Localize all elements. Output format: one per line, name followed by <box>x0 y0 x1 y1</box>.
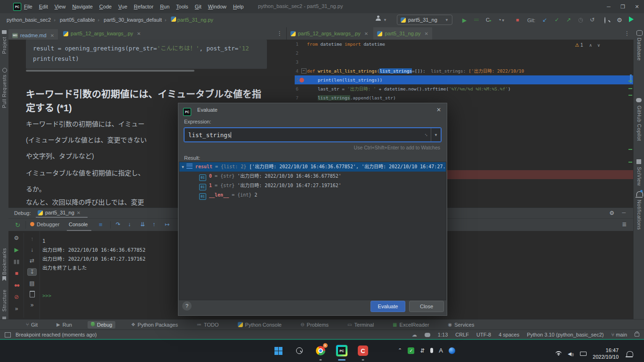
git-update-button[interactable]: ↙ <box>542 16 547 23</box>
prev-warning-chevron[interactable]: ∧ <box>589 43 592 48</box>
profiler-button[interactable]: ◔▼ <box>498 17 505 23</box>
menu-navigate[interactable]: Navigate <box>69 4 96 9</box>
tab-console[interactable]: Console <box>69 222 88 227</box>
toolwindow-git[interactable]: ⑂Git <box>23 321 41 329</box>
result-tree-row[interactable]: 01 __len__ = {int} 2 <box>179 190 446 200</box>
dialog-header[interactable]: PC Evaluate <box>183 107 217 116</box>
toolwindow-python-console[interactable]: Python Console <box>234 321 285 329</box>
python-interpreter[interactable]: Python 3.10 (python_basic_sec2) <box>527 332 604 337</box>
line-separator[interactable]: CRLF <box>455 332 469 337</box>
resume-button[interactable]: ▶ <box>14 247 18 253</box>
breakpoint-icon[interactable] <box>299 78 304 82</box>
toolwindow-services[interactable]: ◉Services <box>445 321 478 329</box>
tab-part5-12-right[interactable]: part5_12_args_kwargs_.py ✕ <box>287 27 372 40</box>
close-icon[interactable]: ✕ <box>77 210 80 215</box>
pause-button[interactable]: ▮▮ <box>13 258 19 265</box>
sidebar-item-pull-requests[interactable]: Pull Requests <box>1 74 7 108</box>
menu-refactor[interactable]: Refactor <box>130 4 157 9</box>
result-tree-row[interactable]: 01 1 = {str} '出力日時: 2022/10/10 16:47:27.… <box>179 181 446 190</box>
layout-icon[interactable]: ≡ <box>99 221 103 228</box>
mute-breakpoints-icon[interactable]: ⊘ <box>14 294 19 300</box>
run-button[interactable]: ▶ <box>462 17 467 24</box>
lock-icon[interactable] <box>635 333 639 337</box>
ime-mode-indicator[interactable]: A <box>439 347 443 354</box>
toolwindow-problems[interactable]: ⊖Problems <box>297 321 332 329</box>
sidebar-item-notifications[interactable]: Notifications <box>636 200 642 230</box>
more-actions-icon[interactable]: » <box>15 305 18 312</box>
file-encoding[interactable]: UTF-8 <box>476 332 491 337</box>
stop-debug-button[interactable]: ■ <box>15 270 18 277</box>
menu-edit[interactable]: Edit <box>36 4 51 9</box>
horizontal-scrollbar[interactable] <box>26 70 194 72</box>
more-options-icon[interactable]: ⋮ <box>277 30 282 37</box>
print-icon[interactable]: ▤ <box>29 280 34 287</box>
debug-session-tab[interactable]: part5_31_ng ✕ <box>38 210 80 215</box>
menu-vue[interactable]: Vue <box>115 4 130 9</box>
more-options-icon[interactable]: ⋮ <box>624 30 630 37</box>
down-stack-icon[interactable]: ↓ <box>31 247 33 253</box>
microphone-tray-icon[interactable] <box>430 348 433 353</box>
breadcrumb-file[interactable]: part5_31_ng.py <box>177 17 213 23</box>
step-out-icon[interactable]: ↑ <box>153 221 155 228</box>
menu-help[interactable]: Help <box>230 4 247 9</box>
cortana-tray-icon[interactable] <box>449 347 455 354</box>
caret-position[interactable]: 1:13 <box>438 332 448 337</box>
close-button[interactable]: ✕ <box>630 4 644 10</box>
stop-button[interactable]: ■ <box>516 17 519 23</box>
tray-expand-chevron[interactable]: ⌃ <box>398 347 402 354</box>
chrome-taskbar-icon[interactable]: k <box>314 345 327 357</box>
minimize-button[interactable]: ─ <box>602 4 616 9</box>
line-number-gutter[interactable]: 12 34 56 7 <box>286 40 298 102</box>
view-breakpoints-icon[interactable]: ●● <box>14 282 19 288</box>
console-history-icon[interactable]: ≣ <box>622 221 627 228</box>
taskbar-search-button[interactable] <box>293 345 306 357</box>
sidebar-item-project[interactable]: Project <box>1 37 7 54</box>
toolwindow-debug[interactable]: Debug <box>88 321 115 329</box>
menu-window[interactable]: Window <box>205 4 230 9</box>
notification-center-bell-icon[interactable] <box>627 351 633 356</box>
chevron-down-icon[interactable]: ▼ <box>179 165 186 169</box>
next-warning-chevron[interactable]: ∨ <box>597 43 600 48</box>
sidebar-item-database[interactable]: Database <box>636 38 642 61</box>
result-tree-row[interactable]: 01 0 = {str} '出力日時: 2022/10/10 16:46:36.… <box>179 172 446 181</box>
result-tree-row[interactable]: ▼ result = {list: 2} ['出力日時: 2022/10/10 … <box>179 162 446 172</box>
expression-input[interactable]: list_strings ↔ ▼ <box>184 128 441 142</box>
sidebar-item-bookmarks[interactable]: Bookmarks <box>1 248 7 275</box>
step-into-icon[interactable]: ↓ <box>128 221 131 228</box>
hide-tool-window-icon[interactable]: ─ <box>622 210 626 215</box>
expression-history-dropdown[interactable]: ▼ <box>431 128 441 141</box>
menu-git[interactable]: Git <box>192 4 205 9</box>
menu-file[interactable]: File <box>21 4 36 9</box>
sync-tray-icon[interactable]: ⇵ <box>420 347 425 354</box>
copilot-status-icon[interactable] <box>425 333 430 337</box>
console-output[interactable]: 1 出力日時: 2022/10/10 16:46:36.677852 出力日時:… <box>42 237 145 300</box>
wifi-icon[interactable] <box>555 351 562 356</box>
toolwindow-todo[interactable]: ≔TODO <box>193 321 222 329</box>
taskbar-clock[interactable]: 16:47 2022/10/10 <box>593 347 619 360</box>
menu-run[interactable]: Run <box>157 4 173 9</box>
close-icon[interactable]: ✕ <box>50 33 54 38</box>
menu-view[interactable]: View <box>51 4 69 9</box>
user-dropdown-chevron[interactable]: ▼ <box>383 18 387 22</box>
close-icon[interactable]: ✕ <box>364 31 368 36</box>
debug-settings-wrench-icon[interactable]: ⚙ <box>14 235 19 241</box>
toolwindow-excelreader[interactable]: ▦ExcelReader <box>389 321 432 329</box>
git-commit-button[interactable]: ✓ <box>555 16 559 23</box>
camtasia-taskbar-icon[interactable]: C <box>357 345 369 357</box>
inspections-widget[interactable]: ⚠ 1 ∧ ∨ <box>575 42 600 48</box>
battery-pen-icon[interactable] <box>580 352 587 356</box>
toolwindow-run[interactable]: ▶Run <box>53 321 75 329</box>
scroll-to-end-icon[interactable]: ↧ <box>27 268 37 276</box>
git-push-button[interactable]: ↗ <box>566 16 571 23</box>
history-icon[interactable]: ◷ <box>578 16 583 23</box>
dialog-close-icon[interactable]: ✕ <box>436 107 441 113</box>
run-configuration-select[interactable]: part5_31_ng ▼ <box>397 15 452 25</box>
antivirus-tray-icon[interactable]: ✓ <box>408 347 414 354</box>
ai-cloud-icon[interactable]: ☁ <box>412 332 417 338</box>
indent-style[interactable]: 4 spaces <box>499 332 519 337</box>
sidebar-item-sciview[interactable]: SciView <box>636 167 642 186</box>
tab-part5-12-left[interactable]: part5_12_args_kwargs_.py ✕ <box>59 27 145 40</box>
start-button[interactable] <box>272 345 284 357</box>
step-over-icon[interactable]: ↷ <box>116 221 121 228</box>
volume-icon[interactable]: ◀)) <box>568 351 574 356</box>
